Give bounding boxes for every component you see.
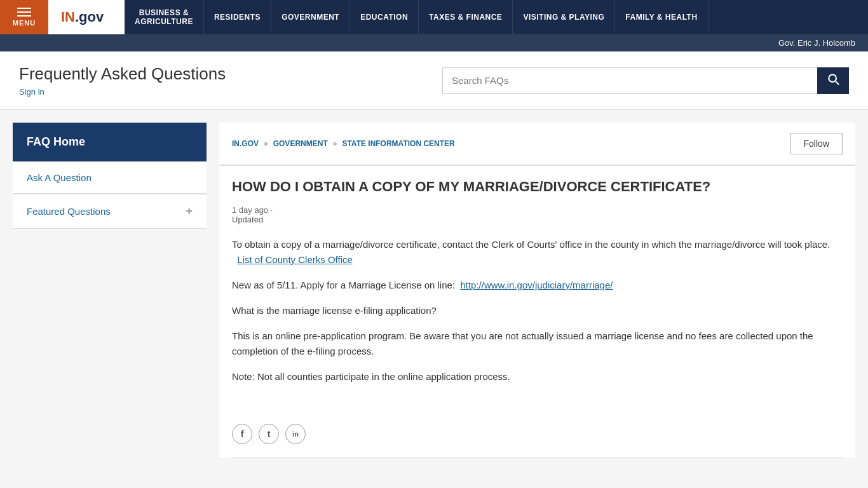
marriage-license-link[interactable]: http://www.in.gov/judiciary/marriage/ [460,280,613,290]
facebook-icon[interactable]: f [232,424,252,444]
expand-icon: + [186,205,193,218]
search-icon [827,72,839,88]
breadcrumb-ingov[interactable]: IN.GOV [232,139,259,148]
nav-items: BUSINESS &AGRICULTURE RESIDENTS GOVERNME… [125,0,868,34]
top-navigation: MENU IN.gov BUSINESS &AGRICULTURE RESIDE… [0,0,868,51]
site-logo: IN.gov [61,9,104,25]
search-area [442,67,849,94]
nav-residents[interactable]: RESIDENTS [204,0,271,34]
search-input[interactable] [442,67,817,94]
nav-family[interactable]: FAMILY & HEALTH [615,0,708,34]
logo-in: IN [61,9,75,25]
sidebar: FAQ Home Ask A Question Featured Questio… [13,123,207,458]
nav-government[interactable]: GOVERNMENT [271,0,350,34]
article-area: IN.GOV » GOVERNMENT » STATE INFORMATION … [219,123,855,458]
nav-education[interactable]: EDUCATION [350,0,419,34]
signin-link[interactable]: Sign in [19,87,44,97]
breadcrumb-state-info[interactable]: STATE INFORMATION CENTER [342,139,454,148]
article-title: HOW DO I OBTAIN A COPY OF MY MARRIAGE/DI… [232,179,843,195]
menu-label: MENU [13,19,36,27]
article-date: 1 day ago · [232,205,273,215]
ask-question-link[interactable]: Ask A Question [27,172,92,183]
menu-button[interactable]: MENU [0,0,48,34]
nav-taxes[interactable]: TAXES & FINANCE [419,0,513,34]
twitter-icon[interactable]: t [259,424,279,444]
svg-line-1 [836,81,839,85]
linkedin-icon[interactable]: in [285,424,306,444]
social-icons: f t in [219,414,855,457]
article-paragraph-4: This is an online pre-application progra… [232,329,843,359]
article-updated: Updated [232,215,843,224]
page-title: Frequently Asked Questions [19,64,226,84]
breadcrumb-sep-1: » [264,139,268,148]
sidebar-faq-home[interactable]: FAQ Home [13,123,207,161]
breadcrumb-government[interactable]: GOVERNMENT [273,139,328,148]
breadcrumb: IN.GOV » GOVERNMENT » STATE INFORMATION … [232,139,455,148]
article-paragraph-3: What is the marriage license e-filing ap… [232,303,843,318]
svg-point-0 [829,74,836,82]
logo-area: IN.gov [48,0,125,34]
article-paragraph-5: Note: Not all counties participate in th… [232,369,843,384]
page-header: Frequently Asked Questions Sign in [0,51,868,110]
search-button[interactable] [817,67,849,94]
nav-visiting[interactable]: VISITING & PLAYING [513,0,615,34]
breadcrumb-bar: IN.GOV » GOVERNMENT » STATE INFORMATION … [219,123,855,166]
article-body: HOW DO I OBTAIN A COPY OF MY MARRIAGE/DI… [219,166,855,414]
main-content: FAQ Home Ask A Question Featured Questio… [0,110,868,470]
article-paragraph-1: To obtain a copy of a marriage/divorce c… [232,237,843,268]
featured-questions-link[interactable]: Featured Questions [27,206,111,217]
article-meta: 1 day ago · Updated [232,205,843,224]
sidebar-bottom-divider [13,228,207,229]
sidebar-featured-questions[interactable]: Featured Questions + [13,194,207,228]
article-bottom-divider [232,457,843,458]
breadcrumb-sep-2: » [333,139,337,148]
sidebar-ask-question[interactable]: Ask A Question [13,161,207,193]
nav-business[interactable]: BUSINESS &AGRICULTURE [125,0,204,34]
county-clerks-link[interactable]: List of County Clerks Office [237,254,352,265]
follow-button[interactable]: Follow [790,133,843,154]
article-paragraph-2: New as of 5/11. Apply for a Marriage Lic… [232,278,843,293]
page-header-left: Frequently Asked Questions Sign in [19,64,226,97]
hamburger-icon [17,8,31,17]
gov-banner: Gov. Eric J. Holcomb [0,34,868,51]
